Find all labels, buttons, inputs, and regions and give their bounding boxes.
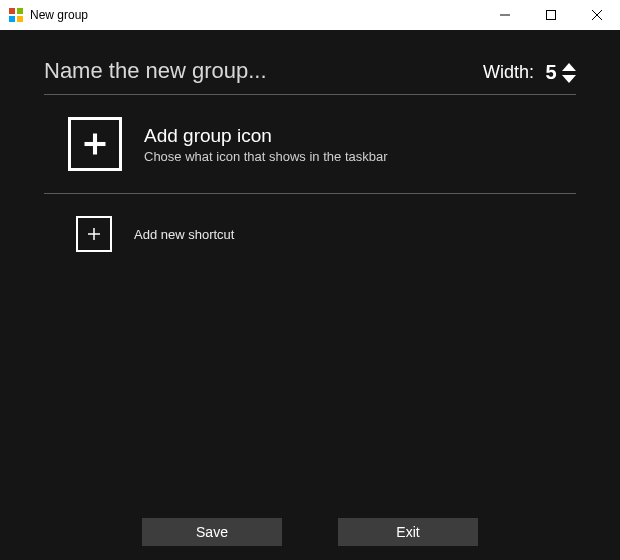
header-row: Width: 5 [44, 58, 576, 95]
titlebar[interactable]: New group [0, 0, 620, 30]
app-icon [8, 7, 24, 23]
width-stepper: Width: 5 [483, 61, 576, 84]
svg-rect-5 [547, 11, 556, 20]
exit-button[interactable]: Exit [338, 518, 478, 546]
maximize-button[interactable] [528, 0, 574, 30]
close-button[interactable] [574, 0, 620, 30]
svg-rect-0 [9, 8, 15, 14]
window-controls [482, 0, 620, 30]
width-value: 5 [544, 61, 558, 84]
group-icon-row: Add group icon Chose what icon that show… [44, 95, 576, 194]
width-label: Width: [483, 62, 534, 83]
plus-icon [81, 130, 109, 158]
group-icon-text: Add group icon Chose what icon that show… [144, 125, 388, 164]
width-spinner: 5 [544, 61, 576, 84]
save-button[interactable]: Save [142, 518, 282, 546]
window: New group Width: 5 [0, 0, 620, 560]
width-decrease-button[interactable] [562, 75, 576, 83]
group-icon-subtitle: Chose what icon that shows in the taskba… [144, 149, 388, 164]
group-name-input[interactable] [44, 58, 384, 84]
client-area: Width: 5 Add group icon Chose [0, 30, 620, 560]
add-group-icon-button[interactable] [68, 117, 122, 171]
add-shortcut-label: Add new shortcut [134, 227, 234, 242]
footer: Save Exit [0, 518, 620, 546]
svg-rect-3 [17, 16, 23, 22]
add-shortcut-button[interactable] [76, 216, 112, 252]
shortcut-row: Add new shortcut [44, 194, 576, 274]
svg-rect-2 [9, 16, 15, 22]
width-increase-button[interactable] [562, 63, 576, 71]
window-title: New group [30, 8, 482, 22]
svg-rect-1 [17, 8, 23, 14]
minimize-button[interactable] [482, 0, 528, 30]
plus-icon [85, 225, 103, 243]
group-icon-title: Add group icon [144, 125, 388, 147]
